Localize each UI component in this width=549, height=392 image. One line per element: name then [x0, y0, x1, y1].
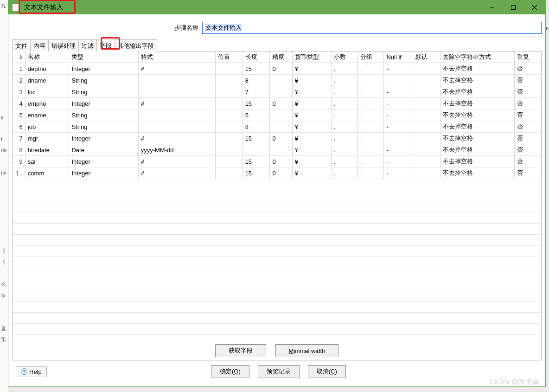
cell[interactable]: [270, 75, 292, 86]
col-header[interactable]: 名称: [25, 51, 69, 63]
col-header[interactable]: 格式: [138, 51, 215, 63]
cell[interactable]: [413, 133, 440, 144]
cell[interactable]: 否: [515, 86, 541, 98]
fields-table[interactable]: #名称类型格式位置长度精度货币类型小数分组Null if默认去除空字符串方式重复…: [13, 51, 541, 179]
cell[interactable]: ,: [357, 167, 384, 179]
cell[interactable]: 3: [13, 86, 25, 98]
cell[interactable]: -: [384, 109, 413, 121]
cell[interactable]: 8: [13, 144, 25, 156]
cell[interactable]: hiredate: [25, 144, 69, 156]
tab-0[interactable]: 文件: [12, 39, 31, 51]
cell[interactable]: [413, 144, 440, 156]
cell[interactable]: ,: [357, 109, 384, 121]
col-header[interactable]: 默认: [413, 51, 440, 63]
cell[interactable]: 不去掉空格: [440, 98, 515, 109]
cell[interactable]: -: [384, 133, 413, 144]
cell[interactable]: .: [331, 121, 357, 133]
cell[interactable]: [138, 121, 215, 133]
cell[interactable]: .: [331, 98, 357, 109]
cell[interactable]: 否: [515, 121, 541, 133]
tab-1[interactable]: 内容: [30, 39, 49, 51]
cell[interactable]: [215, 75, 243, 86]
cell[interactable]: [413, 109, 440, 121]
cell[interactable]: 15: [243, 98, 270, 109]
cell[interactable]: #: [138, 133, 215, 144]
cell[interactable]: #: [138, 167, 215, 179]
cell[interactable]: 15: [243, 63, 270, 75]
cell[interactable]: ,: [357, 98, 384, 109]
get-fields-button[interactable]: 获取字段: [215, 344, 266, 357]
cell[interactable]: .: [331, 63, 357, 75]
cell[interactable]: -: [384, 63, 413, 75]
cell[interactable]: ,: [357, 144, 384, 156]
tab-5[interactable]: 其他输出字段: [115, 39, 157, 51]
table-row[interactable]: 2dnameString8¥.,-不去掉空格否: [13, 75, 541, 86]
table-row[interactable]: 5enameString5¥.,-不去掉空格否: [13, 109, 541, 121]
cell[interactable]: ¥: [292, 75, 331, 86]
col-header[interactable]: 位置: [215, 51, 243, 63]
cell[interactable]: [138, 86, 215, 98]
cell[interactable]: ,: [357, 156, 384, 167]
cell[interactable]: #: [138, 156, 215, 167]
cell[interactable]: [270, 86, 292, 98]
cell[interactable]: 7: [13, 133, 25, 144]
cell[interactable]: 否: [515, 156, 541, 167]
col-header[interactable]: 小数: [331, 51, 357, 63]
cell[interactable]: 否: [515, 167, 541, 179]
cell[interactable]: ¥: [292, 133, 331, 144]
col-header[interactable]: 去除空字符串方式: [440, 51, 515, 63]
cell[interactable]: [413, 75, 440, 86]
cell[interactable]: 不去掉空格: [440, 167, 515, 179]
cell[interactable]: ¥: [292, 86, 331, 98]
cell[interactable]: -: [384, 75, 413, 86]
cell[interactable]: #: [138, 98, 215, 109]
table-row[interactable]: 1..commInteger#150¥.,-不去掉空格否: [13, 167, 541, 179]
col-header[interactable]: 精度: [270, 51, 292, 63]
cell[interactable]: 8: [243, 75, 270, 86]
cell[interactable]: [243, 144, 270, 156]
cell[interactable]: [413, 167, 440, 179]
preview-button[interactable]: 预览记录: [258, 365, 300, 378]
cell[interactable]: job: [25, 121, 69, 133]
cell[interactable]: 9: [13, 156, 25, 167]
cell[interactable]: .: [331, 133, 357, 144]
cell[interactable]: Integer: [69, 167, 138, 179]
cell[interactable]: .: [331, 156, 357, 167]
cell[interactable]: 1: [13, 63, 25, 75]
cell[interactable]: [215, 144, 243, 156]
cell[interactable]: .: [331, 167, 357, 179]
cell[interactable]: Integer: [69, 156, 138, 167]
cell[interactable]: ¥: [292, 144, 331, 156]
col-header[interactable]: 类型: [69, 51, 138, 63]
cell[interactable]: Date: [69, 144, 138, 156]
cell[interactable]: ,: [357, 63, 384, 75]
step-name-input[interactable]: 文本文件输入: [202, 22, 542, 34]
cell[interactable]: ¥: [292, 167, 331, 179]
cell[interactable]: 0: [270, 63, 292, 75]
cell[interactable]: 否: [515, 109, 541, 121]
cell[interactable]: [215, 109, 243, 121]
cell[interactable]: String: [69, 109, 138, 121]
cell[interactable]: 0: [270, 98, 292, 109]
cell[interactable]: ename: [25, 109, 69, 121]
cell[interactable]: 不去掉空格: [440, 156, 515, 167]
help-button[interactable]: ? Help: [16, 366, 47, 377]
cell[interactable]: 15: [243, 167, 270, 179]
cell[interactable]: -: [384, 167, 413, 179]
cell[interactable]: [215, 133, 243, 144]
cell[interactable]: 不去掉空格: [440, 144, 515, 156]
cell[interactable]: 2: [13, 75, 25, 86]
cell[interactable]: [138, 109, 215, 121]
cell[interactable]: 6: [13, 121, 25, 133]
maximize-button[interactable]: [503, 0, 524, 14]
cell[interactable]: #: [138, 63, 215, 75]
cell[interactable]: [270, 144, 292, 156]
minimize-button[interactable]: [481, 0, 503, 14]
cell[interactable]: [413, 121, 440, 133]
cell[interactable]: 1..: [13, 167, 25, 179]
cell[interactable]: [215, 98, 243, 109]
tab-2[interactable]: 错误处理: [48, 39, 79, 51]
cell[interactable]: 4: [13, 98, 25, 109]
cell[interactable]: 8: [243, 121, 270, 133]
col-header[interactable]: Null if: [384, 51, 413, 63]
